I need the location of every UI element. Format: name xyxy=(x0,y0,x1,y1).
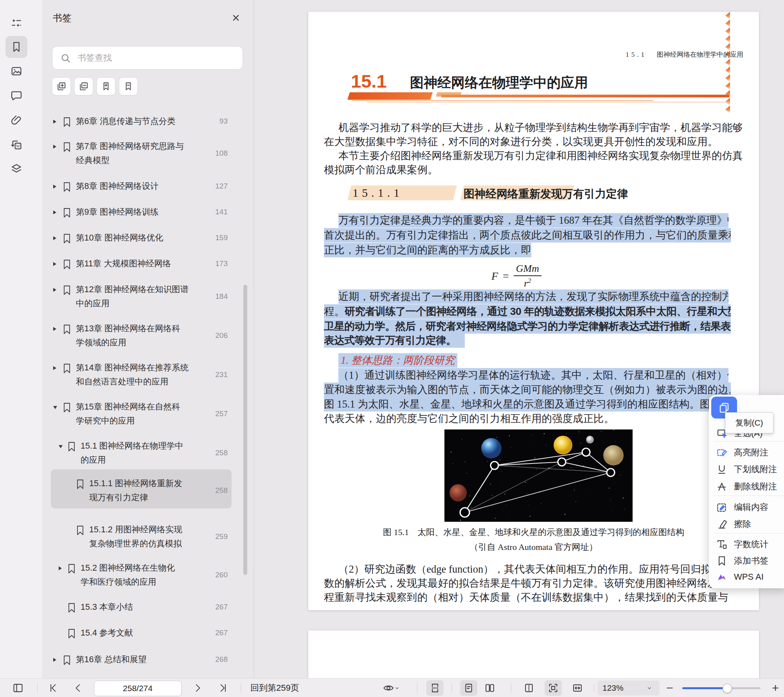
bookmark-item[interactable]: 第10章 图神经网络优化159 xyxy=(42,231,246,245)
expand-arrow-icon[interactable] xyxy=(53,327,56,331)
last-page-button[interactable] xyxy=(216,679,230,697)
zoom-in-button[interactable]: + xyxy=(769,679,782,697)
bookmark-icon xyxy=(62,207,72,219)
expand-arrow-icon[interactable] xyxy=(59,566,62,570)
expand-arrow-icon[interactable] xyxy=(53,658,56,662)
rail-comments-button[interactable] xyxy=(5,84,27,106)
bookmark-page-number: 184 xyxy=(198,282,228,311)
eye-icon xyxy=(383,682,394,694)
bookmark-item-label: 第14章 图神经网络在推荐系统 xyxy=(76,361,189,375)
expand-arrow-icon[interactable] xyxy=(53,288,56,292)
menu-item-underline-annotation[interactable]: 下划线附注 xyxy=(709,462,784,477)
expand-arrow-icon[interactable] xyxy=(53,145,56,149)
zoom-slider-thumb[interactable] xyxy=(723,684,732,693)
expand-all-button[interactable] xyxy=(52,77,71,95)
zoom-chevron-icon[interactable] xyxy=(645,679,654,697)
menu-item-label: 编辑内容 xyxy=(734,499,768,515)
expand-arrow-icon[interactable] xyxy=(53,236,56,240)
rail-images-button[interactable] xyxy=(5,60,27,82)
body-text-line: 表达式等效于万有引力定律。 xyxy=(324,333,465,348)
menu-item-add-bookmark[interactable]: 添加书签 xyxy=(709,553,784,569)
section-number: 15.1 xyxy=(351,70,387,92)
continuous-scroll-button[interactable] xyxy=(428,679,442,697)
close-icon[interactable]: ✕ xyxy=(229,11,243,25)
bookmark-item[interactable]: 第12章 图神经网络在知识图谱中的应用184 xyxy=(42,282,246,311)
rail-attachments-button[interactable] xyxy=(5,109,27,131)
split-view-button[interactable] xyxy=(522,679,536,697)
bookmark-item[interactable]: 15.1.1 图神经网络重新发现万有引力定律258 xyxy=(42,476,246,505)
bookmark-item[interactable]: 第8章 图神经网络设计127 xyxy=(42,179,246,193)
collapse-arrow-icon[interactable] xyxy=(59,445,63,448)
bookmark-item-label: 第10章 图神经网络优化 xyxy=(76,231,163,245)
zoom-level-button[interactable]: 123% xyxy=(602,679,624,697)
rail-layers-button[interactable] xyxy=(5,158,27,180)
bookmark-item[interactable]: 15.4 参考文献267 xyxy=(42,626,246,640)
back-to-page-button[interactable]: 回到第259页 xyxy=(250,679,299,697)
strikethrough-annotation-icon xyxy=(716,481,728,492)
menu-item-edit-content[interactable]: 编辑内容 xyxy=(709,499,784,515)
bookmark-item[interactable]: 第13章 图神经网络在网络科学领域的应用206 xyxy=(42,322,246,350)
fit-width-button[interactable] xyxy=(570,679,584,697)
sidebar-toggle-button[interactable] xyxy=(11,679,25,697)
two-page-view-button[interactable] xyxy=(483,679,497,697)
bookmark-item-label: 复杂物理世界的仿真模拟 xyxy=(89,537,182,551)
bookmark-item[interactable]: 第16章 总结和展望268 xyxy=(42,652,246,666)
subsection-number: 15.1.1 xyxy=(352,186,403,199)
expand-arrow-icon[interactable] xyxy=(53,120,56,124)
bookmark-search[interactable] xyxy=(52,46,243,70)
bookmark-page-number: 258 xyxy=(198,476,228,505)
bookmark-page-number: 260 xyxy=(198,561,228,589)
next-page-button[interactable] xyxy=(191,679,205,697)
bookmark-page-number: 93 xyxy=(198,114,228,128)
bookmark-icon xyxy=(62,402,72,413)
menu-item-strikethrough-annotation[interactable]: 删除线附注 xyxy=(709,479,784,494)
bookmark-item[interactable]: 15.2 图神经网络在生物化学和医疗领域的应用260 xyxy=(42,561,246,589)
running-header-title: 图神经网络在物理学中的应用 xyxy=(657,51,743,58)
zoom-slider[interactable] xyxy=(682,687,761,689)
expand-arrow-icon[interactable] xyxy=(53,185,56,189)
menu-item-label: 擦除 xyxy=(734,516,751,532)
body-text-line: 在大型数据集中学习特征，对不同的对象进行分类，以实现更具开创性的发现和应用。 xyxy=(324,135,718,149)
first-page-button[interactable] xyxy=(46,679,60,697)
zoom-out-button[interactable]: − xyxy=(664,679,676,697)
rail-bookmarks-button[interactable] xyxy=(5,36,27,58)
menu-item-highlight-annotation[interactable]: 高亮附注 xyxy=(709,445,784,460)
bookmark-icon xyxy=(62,654,72,666)
bookmark-item[interactable]: 第11章 大规模图神经网络173 xyxy=(42,257,246,271)
bookmark-item[interactable]: 15.1 图神经网络在物理学中的应用258 xyxy=(42,439,246,467)
body-text-line: 图 15.1 为太阳、水星、金星、地球和火星的示意图及通过学习得到的相应图结构。… xyxy=(324,397,731,411)
view-mode-button[interactable] xyxy=(381,679,401,697)
add-bookmark-button[interactable] xyxy=(97,77,115,95)
expand-arrow-icon[interactable] xyxy=(53,210,56,214)
bookmark-item-label: 第15章 图神经网络在自然科 xyxy=(76,400,180,414)
bookmark-item[interactable]: 第14章 图神经网络在推荐系统和自然语言处理中的应用231 xyxy=(42,361,246,389)
bookmark-item[interactable]: 第6章 消息传递与节点分类93 xyxy=(42,114,246,128)
remove-bookmark-button[interactable] xyxy=(119,77,138,95)
collapse-all-button[interactable] xyxy=(74,77,93,95)
bookmark-search-input[interactable] xyxy=(77,49,235,67)
expand-arrow-icon[interactable] xyxy=(53,262,56,266)
bookmarks-scrollbar[interactable] xyxy=(243,285,247,575)
expand-arrow-icon[interactable] xyxy=(53,366,56,370)
rail-adjust-button[interactable] xyxy=(5,12,27,34)
bookmark-icon xyxy=(62,181,72,193)
menu-item-eraser[interactable]: 擦除 xyxy=(709,516,784,532)
previous-page-button[interactable] xyxy=(71,679,85,697)
bookmark-item-label: 学研究中的应用 xyxy=(76,414,135,428)
body-text-line: 程。研究者训练了一个图神经网络，通过 30 年的轨迹数据来模拟太阳系中太阳、行星… xyxy=(324,304,731,319)
bookmark-item[interactable]: 15.1.2 用图神经网络实现复杂物理世界的仿真模拟259 xyxy=(42,523,246,551)
copy-tooltip: 复制(C) xyxy=(725,412,773,433)
page-indicator-input[interactable]: 258/274 xyxy=(94,681,182,696)
collapse-arrow-icon[interactable] xyxy=(53,406,57,409)
bookmark-item[interactable]: 第15章 图神经网络在自然科学研究中的应用257 xyxy=(42,400,246,428)
menu-item-word-count[interactable]: 字数统计 xyxy=(709,537,784,552)
rail-export-word-button[interactable]: W xyxy=(5,134,27,156)
menu-item-wps-ai[interactable]: WPS AI xyxy=(709,569,784,585)
single-page-view-button[interactable] xyxy=(462,679,476,697)
bookmark-item[interactable]: 15.3 本章小结267 xyxy=(42,600,246,614)
running-header: 15.1图神经网络在物理学中的应用 xyxy=(426,50,743,59)
bookmark-item[interactable]: 第7章 图神经网络研究思路与经典模型108 xyxy=(42,139,246,167)
bookmark-item[interactable]: 第9章 图神经网络训练141 xyxy=(42,205,246,219)
fit-page-button[interactable] xyxy=(546,679,560,697)
bookmark-item-label: 第9章 图神经网络训练 xyxy=(76,205,158,219)
